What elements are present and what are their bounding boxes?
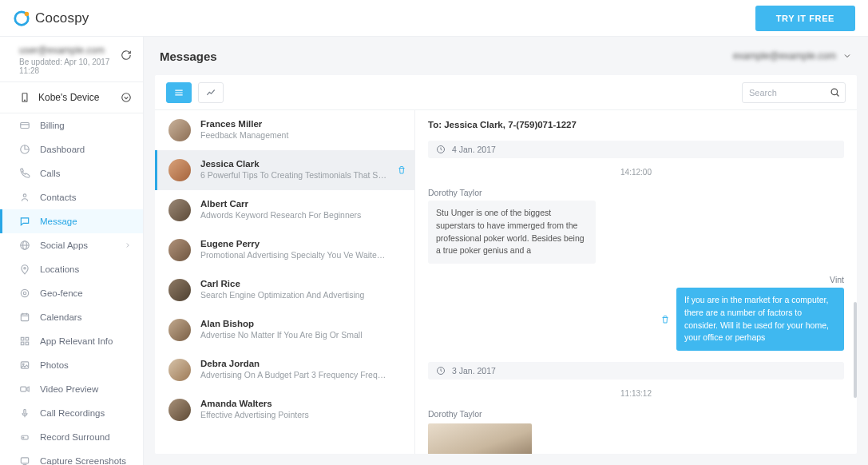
chevron-right-icon (124, 241, 132, 249)
conversation-item[interactable]: Carl RiceSearch Engine Optimization And … (155, 270, 414, 310)
conversation-item[interactable]: Eugene PerryPromotional Advertising Spec… (155, 230, 414, 270)
sidebar-user-email: user@example.com (19, 45, 132, 56)
account-menu[interactable]: example@example.com (733, 50, 852, 62)
list-view-button[interactable] (166, 82, 192, 103)
conversation-item[interactable]: Debra JordanAdvertising On A Budget Part… (155, 350, 414, 390)
date-separator: 4 Jan. 2017 (428, 141, 844, 158)
conversation-snippet: Advertise No Matter If You Are Big Or Sm… (200, 330, 389, 340)
svg-rect-30 (21, 458, 28, 463)
list-icon (173, 87, 184, 98)
message-photo[interactable] (428, 423, 532, 454)
chevron-down-circle-icon (121, 92, 132, 103)
sidebar-item-calls[interactable]: Calls (0, 161, 143, 185)
conversation-name: Carl Rice (200, 279, 389, 288)
clock-icon (436, 366, 446, 376)
time-stamp: 14:12:00 (428, 168, 844, 177)
svg-point-3 (25, 100, 26, 101)
scrollbar[interactable] (854, 302, 857, 398)
conversation-item[interactable]: Alan BishopAdvertise No Matter If You Ar… (155, 310, 414, 350)
svg-rect-21 (26, 342, 29, 345)
chevron-down-icon (842, 51, 852, 61)
contacts-icon (19, 192, 30, 203)
brand-name: Cocospy (35, 10, 89, 26)
record-icon (19, 431, 30, 443)
sidebar-item-locations[interactable]: Locations (0, 257, 143, 281)
brand-logo[interactable]: Cocospy (13, 10, 89, 27)
search-wrap (742, 82, 846, 103)
conversation-name: Alan Bishop (200, 319, 389, 328)
device-selector[interactable]: Kobe's Device (0, 82, 143, 113)
svg-rect-5 (21, 123, 30, 129)
try-it-free-button[interactable]: TRY IT FREE (755, 6, 855, 31)
device-label: Kobe's Device (38, 92, 99, 103)
message-icon (19, 216, 30, 227)
message-thread[interactable]: To: Jessica Clark, 7-(759)071-1227 4 Jan… (415, 110, 857, 454)
avatar (168, 279, 191, 301)
dashboard-icon (19, 144, 30, 155)
conversation-item[interactable]: Albert CarrAdwords Keyword Research For … (155, 190, 414, 230)
svg-line-40 (837, 93, 839, 96)
top-bar: Cocospy TRY IT FREE (0, 0, 868, 37)
conversation-name: Debra Jordan (200, 359, 389, 368)
conversation-name: Albert Carr (200, 199, 389, 209)
svg-point-13 (23, 292, 26, 295)
message-sender: Dorothy Taylor (428, 188, 844, 197)
clock-icon (436, 145, 446, 154)
sidebar-item-call-recordings[interactable]: Call Recordings (0, 401, 143, 425)
page-title: Messages (160, 50, 217, 63)
sidebar-item-photos[interactable]: Photos (0, 353, 143, 377)
sidebar-item-social-apps[interactable]: Social Apps (0, 233, 143, 257)
sidebar-item-app-relevant-info[interactable]: App Relevant Info (0, 329, 143, 353)
conversation-snippet: Adwords Keyword Research For Beginners (200, 210, 389, 220)
main-content: Messages example@example.com Frances Mil… (144, 37, 868, 465)
trash-icon[interactable] (397, 165, 406, 175)
message-bubble: If you are in the market for a computer,… (676, 288, 844, 351)
conversation-item[interactable]: Jessica Clark6 Powerful Tips To Creating… (155, 150, 414, 190)
outgoing-message: Vint If you are in the market for a comp… (428, 275, 844, 351)
avatar (168, 159, 191, 181)
message-bubble: Stu Unger is one of the biggest supersta… (428, 201, 596, 264)
conversation-snippet: 6 Powerful Tips To Creating Testimonials… (200, 170, 389, 180)
sidebar-item-video-preview[interactable]: Video Preview (0, 377, 143, 401)
sidebar-item-geofence[interactable]: Geo-fence (0, 281, 143, 305)
billing-icon (19, 120, 30, 131)
thread-recipient: To: Jessica Clark, 7-(759)071-1227 (428, 120, 844, 129)
time-stamp: 11:13:12 (428, 389, 844, 398)
svg-point-39 (831, 89, 838, 95)
date-text: 3 Jan. 2017 (452, 366, 496, 376)
conversation-item[interactable]: Frances MillerFeedback Management (155, 110, 414, 150)
refresh-icon[interactable] (121, 50, 132, 61)
chart-icon (205, 87, 216, 98)
svg-point-11 (24, 268, 26, 269)
phone-icon (19, 168, 30, 179)
svg-point-12 (21, 289, 28, 296)
search-icon[interactable] (829, 86, 841, 98)
svg-rect-20 (21, 342, 24, 345)
svg-point-29 (23, 437, 24, 438)
video-icon (19, 384, 30, 395)
sidebar-item-calendars[interactable]: Calendars (0, 305, 143, 329)
svg-point-7 (23, 194, 26, 197)
sidebar-item-record-surround[interactable]: Record Surround (0, 425, 143, 449)
device-icon (19, 92, 30, 103)
sidebar-account-block: user@example.com Be updated: Apr 10, 201… (0, 37, 143, 82)
avatar (168, 199, 191, 221)
chart-view-button[interactable] (198, 82, 224, 103)
svg-rect-14 (21, 314, 28, 321)
conversation-item[interactable]: Amanda WaltersEffective Advertising Poin… (155, 390, 414, 430)
sidebar-item-dashboard[interactable]: Dashboard (0, 137, 143, 161)
conversation-snippet: Advertising On A Budget Part 3 Frequency… (200, 370, 389, 380)
conversation-name: Frances Miller (200, 119, 389, 129)
sidebar-item-contacts[interactable]: Contacts (0, 185, 143, 209)
sidebar-item-capture-screenshots[interactable]: Capture Screenshots (0, 449, 143, 465)
toolbar (155, 75, 857, 110)
svg-rect-19 (26, 337, 29, 340)
sidebar: user@example.com Be updated: Apr 10, 201… (0, 37, 144, 465)
apps-icon (19, 336, 30, 347)
conversation-list[interactable]: Frances MillerFeedback Management Jessic… (155, 110, 415, 454)
photos-icon (19, 360, 30, 371)
message-sender: Vint (830, 275, 844, 284)
trash-icon[interactable] (660, 315, 670, 324)
sidebar-item-message[interactable]: Message (0, 209, 143, 233)
sidebar-item-billing[interactable]: Billing (0, 113, 143, 137)
